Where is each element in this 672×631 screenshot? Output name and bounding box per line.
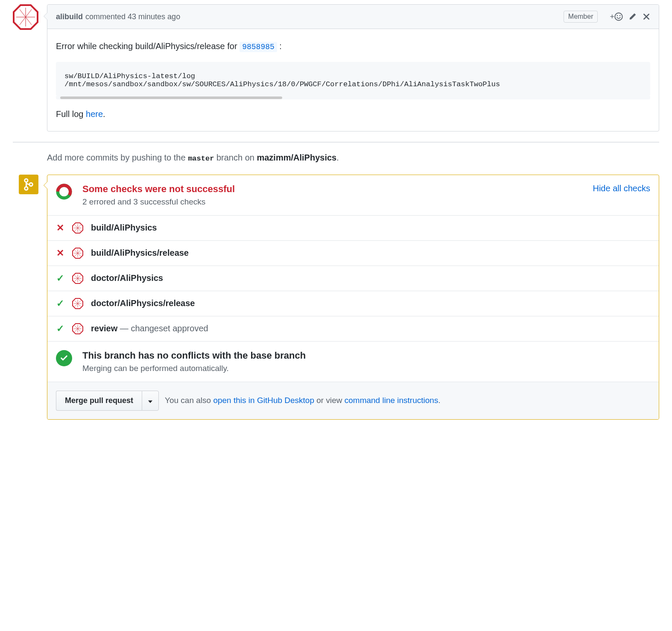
status-fail-icon: ✕ [56, 222, 64, 234]
provider-icon [72, 298, 83, 309]
speech-arrow [44, 12, 47, 20]
check-list: ✕ build/AliPhysics ✕ build/AliPhysics/re… [47, 215, 659, 341]
svg-point-13 [25, 187, 28, 190]
merge-action-row: Merge pull request You can also open thi… [47, 382, 659, 419]
check-item: ✓ doctor/AliPhysics/release [47, 291, 659, 316]
check-name: build/AliPhysics/release [91, 248, 189, 258]
edit-comment-button[interactable] [629, 13, 637, 20]
close-comment-button[interactable] [643, 13, 650, 20]
svg-point-14 [29, 183, 33, 186]
comment-text: Error while checking build/AliPhysics/re… [56, 39, 650, 53]
separator [13, 142, 659, 143]
merge-status-block: Some checks were not successful 2 errore… [13, 175, 659, 420]
check-name: review [91, 324, 117, 333]
svg-point-12 [25, 179, 28, 182]
check-name: doctor/AliPhysics/release [91, 298, 195, 308]
comment-author[interactable]: alibuild [56, 12, 83, 21]
caret-down-icon [148, 400, 152, 403]
check-name: build/AliPhysics [91, 223, 157, 233]
branch-name: master [188, 155, 214, 163]
merge-dropdown-button[interactable] [142, 391, 159, 411]
check-item: ✕ build/AliPhysics/release [47, 240, 659, 266]
svg-point-9 [615, 13, 622, 20]
success-check-icon [56, 350, 72, 366]
git-merge-icon [19, 175, 38, 194]
hide-checks-link[interactable]: Hide all checks [593, 184, 650, 193]
conflict-title: This branch has no conflicts with the ba… [82, 350, 306, 361]
check-item: ✓ review — changeset approved [47, 316, 659, 341]
member-badge: Member [564, 11, 598, 23]
check-item: ✓ doctor/AliPhysics [47, 266, 659, 291]
provider-icon [72, 248, 83, 259]
comment-header: alibuild commented 43 minutes ago Member… [47, 5, 659, 29]
push-hint: Add more commits by pushing to the maste… [47, 151, 659, 163]
code-content: sw/BUILD/AliPhysics-latest/log /mnt/meso… [56, 62, 650, 96]
open-desktop-link[interactable]: open this in GitHub Desktop [213, 396, 314, 405]
conflict-subtitle: Merging can be performed automatically. [82, 364, 306, 373]
provider-icon [72, 222, 83, 234]
status-pass-icon: ✓ [56, 323, 64, 334]
merge-panel: Some checks were not successful 2 errore… [47, 175, 659, 420]
check-item: ✕ build/AliPhysics [47, 216, 659, 240]
comment-block: alibuild commented 43 minutes ago Member… [13, 4, 659, 131]
comment-body: Error while checking build/AliPhysics/re… [47, 29, 659, 131]
checks-title: Some checks were not successful [82, 184, 584, 195]
avatar-alibuild[interactable] [13, 4, 38, 30]
check-note: — changeset approved [117, 324, 208, 333]
merge-icon-column [13, 175, 38, 420]
status-fail-icon: ✕ [56, 248, 64, 259]
status-pass-icon: ✓ [56, 273, 64, 284]
comment-container: alibuild commented 43 minutes ago Member… [47, 4, 659, 131]
horizontal-scrollbar[interactable] [56, 96, 650, 99]
svg-point-10 [617, 15, 618, 16]
provider-icon [72, 273, 83, 284]
commit-sha-link[interactable]: 9858985 [240, 42, 277, 52]
comment-timestamp[interactable]: 43 minutes ago [128, 12, 180, 21]
checks-subtitle: 2 errored and 3 successful checks [82, 197, 584, 207]
full-log-line: Full log here. [56, 107, 650, 121]
code-block: sw/BUILD/AliPhysics-latest/log /mnt/meso… [56, 62, 650, 99]
status-donut-icon [56, 184, 72, 200]
merge-alt-text: You can also open this in GitHub Desktop… [165, 396, 441, 405]
status-pass-icon: ✓ [56, 298, 64, 309]
checks-summary: Some checks were not successful 2 errore… [47, 175, 659, 215]
merge-button-group: Merge pull request [56, 391, 159, 411]
comment-verb: commented [85, 12, 128, 21]
repo-name: mazimm/AliPhysics [257, 153, 336, 162]
panel-arrow [44, 181, 47, 189]
check-name: doctor/AliPhysics [91, 273, 163, 283]
svg-point-11 [619, 15, 621, 16]
conflict-status: This branch has no conflicts with the ba… [47, 341, 659, 382]
command-line-link[interactable]: command line instructions [345, 396, 438, 405]
add-reaction-button[interactable]: + [610, 12, 623, 21]
provider-icon [72, 323, 83, 334]
merge-pull-request-button[interactable]: Merge pull request [56, 391, 142, 411]
full-log-link[interactable]: here [86, 109, 103, 119]
avatar-column [13, 4, 38, 131]
